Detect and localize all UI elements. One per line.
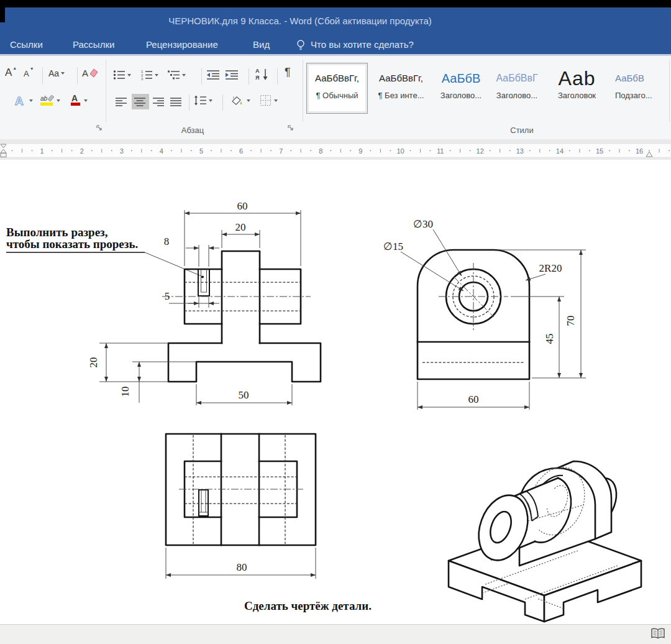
clear-formatting-button[interactable]: A [82,66,98,81]
style-heading2[interactable]: АаБбВвГ Заголово... [491,63,543,113]
text-effects-icon: А [14,93,27,108]
svg-text:20: 20 [88,357,99,368]
svg-text:11: 11 [437,147,444,155]
divider [189,94,189,111]
dropdown-caret-icon [29,99,33,102]
svg-text:7: 7 [279,147,283,155]
numbered-list-icon: 123 [140,70,153,80]
style-heading1[interactable]: АаБбВ Заголово... [435,63,487,113]
dropdown-caret-icon [84,99,88,102]
text-effects-button[interactable]: А [14,93,33,108]
svg-text:5: 5 [199,147,203,155]
dropdown-caret-icon [127,74,131,76]
dropdown-caret-icon [61,72,65,75]
caret-down-icon: ▼ [30,67,34,71]
styles-group-label: Стили [485,126,559,135]
style-preview: АаБбВ [615,63,671,91]
bullet-list-icon [113,70,126,80]
svg-text:80: 80 [237,561,247,573]
read-mode-icon[interactable] [650,627,666,641]
svg-text:4: 4 [160,147,163,155]
svg-text:5: 5 [165,290,170,302]
style-normal[interactable]: АаБбВвГг, ¶ Обычный [307,63,367,113]
show-marks-button[interactable]: ¶ [285,66,291,79]
svg-text:А: А [15,94,24,108]
divider [201,68,202,85]
style-preview: АаБбВвГг, [307,63,367,91]
increase-indent-button[interactable] [225,70,239,80]
align-center-button[interactable] [132,94,149,109]
svg-text:45: 45 [544,334,555,344]
svg-text:8: 8 [319,147,322,155]
svg-text:12: 12 [477,147,484,155]
group-divider [669,60,670,122]
font-dialog-launcher[interactable] [96,124,104,132]
tab-view[interactable]: Вид [253,39,270,50]
font-color-icon: А [70,93,82,108]
svg-text:А: А [255,68,260,74]
style-preview: АаБбВвГ [491,63,543,91]
side-view: ∅30 ∅15 2R20 45 70 60 [383,218,586,410]
style-label: Заголовок [547,91,607,100]
decrease-indent-button[interactable] [206,70,220,80]
borders-button[interactable] [260,94,278,106]
technical-drawing: 60 20 8 5 20 [0,160,671,624]
style-label: Подзаго... [615,91,671,100]
style-label: ¶ Без инте... [372,91,431,100]
grow-font-button[interactable]: A▲ [5,67,16,79]
tab-review[interactable]: Рецензирование [146,39,218,50]
tab-references[interactable]: Ссылки [10,39,43,50]
svg-text:6: 6 [239,147,243,155]
tell-me-search[interactable]: Что вы хотите сделать? [311,39,414,50]
style-label: Заголово... [491,91,543,100]
numbering-button[interactable]: 123 [140,70,158,80]
svg-text:9: 9 [358,147,362,155]
justify-icon [170,97,182,106]
align-left-button[interactable] [116,97,127,106]
svg-text:15: 15 [596,147,603,155]
align-right-button[interactable] [153,97,165,106]
style-no-spacing[interactable]: АаБбВвГг, ¶ Без инте... [372,63,431,113]
shading-button[interactable] [229,94,250,107]
word-window: ЧЕРНОВИК.для 9 Класса. - Word (Сбой акти… [0,0,671,644]
dropdown-caret-icon [155,74,158,76]
font-color-button[interactable]: А [70,93,88,108]
divider [222,94,223,111]
svg-text:13: 13 [516,147,524,155]
pilcrow-icon: ¶ [285,66,291,79]
multilevel-list-button[interactable] [168,70,186,80]
eraser-icon: A [82,66,98,81]
paint-bucket-icon [229,94,245,107]
status-bar [0,624,671,644]
sort-icon: А Я [255,67,271,82]
svg-text:50: 50 [239,389,249,401]
svg-text:∅15: ∅15 [383,241,403,252]
svg-text:70: 70 [565,316,577,326]
divider [42,67,43,85]
style-label: ¶ Обычный [307,91,367,100]
style-subtitle[interactable]: АаБбВ Подзаго... [615,63,671,113]
front-view: 60 20 8 5 20 [6,200,321,405]
paragraph-dialog-launcher[interactable] [287,124,295,132]
ruler-scale: 12345678910111213141516 [0,139,671,160]
sort-button[interactable]: А Я [255,67,271,82]
shrink-font-button[interactable]: A▼ [24,69,34,78]
highlight-color-button[interactable]: ab [40,93,60,108]
tab-mailings[interactable]: Рассылки [73,39,114,50]
style-title[interactable]: Aab Заголовок [547,63,607,113]
change-case-button[interactable]: Aa [48,68,65,78]
caret-up-icon: ▲ [12,66,17,70]
isometric-view [449,459,641,622]
svg-text:3: 3 [141,77,144,80]
svg-text:ab: ab [40,95,48,102]
justify-button[interactable] [170,97,182,106]
line-spacing-icon [194,95,207,106]
svg-text:А: А [71,93,78,103]
multilevel-list-icon [168,70,180,80]
style-preview: Aab [547,63,607,91]
svg-text:1: 1 [40,147,44,155]
window-title: ЧЕРНОВИК.для 9 Класса. - Word (Сбой акти… [0,7,600,34]
group-divider [303,60,303,122]
line-spacing-button[interactable] [194,95,212,106]
bullets-button[interactable] [113,70,131,80]
